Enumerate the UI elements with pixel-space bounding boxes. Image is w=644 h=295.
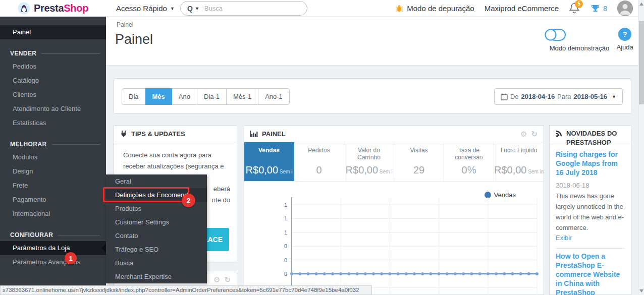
sidebar-section: CONFIGURARParâmetros da LojaParâmetros A… — [0, 229, 106, 269]
news-item-link[interactable]: Exibir — [556, 234, 625, 242]
logo-text: PrestaShop — [34, 3, 88, 14]
range-button-dia-1[interactable]: Dia-1 — [197, 88, 227, 105]
news-list: Rising charges for Google Maps from 16 J… — [550, 142, 631, 295]
kpi-label: Pedidos — [294, 147, 344, 162]
vertical-scrollbar[interactable] — [638, 0, 644, 295]
range-button-mes[interactable]: Mês — [145, 88, 172, 105]
sidebar-item-design[interactable]: Design — [0, 164, 106, 179]
refresh-icon[interactable]: ↻ — [531, 130, 538, 138]
page-title: Painel — [115, 32, 153, 47]
news-item-excerpt: This news has gone largely unnoticed in … — [556, 191, 625, 233]
sidebar-item-pedidos[interactable]: Pedidos — [0, 60, 106, 74]
quick-access-dropdown[interactable]: Acesso Rápido▼ — [116, 0, 175, 17]
gear-icon[interactable]: ⚙ — [520, 130, 527, 138]
svg-text:0: 0 — [284, 257, 287, 263]
kpi-tile-visitas[interactable]: Visitas29 — [394, 142, 444, 181]
news-item-title[interactable]: Rising charges for Google Maps from 16 J… — [556, 150, 625, 177]
search-placeholder: Busca — [204, 5, 223, 12]
news-item-title[interactable]: How to Open a PrestaShop E-commerce Webs… — [556, 252, 625, 295]
range-button-dia[interactable]: Dia — [122, 88, 146, 105]
sidebar-item-internacional[interactable]: Internacional — [0, 207, 106, 221]
kpi-tile-lucro-liquido[interactable]: Lucro LíquidoR$0,00 Sem imp. — [494, 142, 544, 181]
kpi-value: R$0,00 Sem imp. — [494, 164, 544, 176]
main-nav-sidebar: Painel VENDERPedidosCatálogoClientesAten… — [0, 17, 106, 295]
help-button[interactable]: ? Ajuda — [612, 28, 638, 51]
chevron-down-icon[interactable]: ▼ — [195, 6, 199, 11]
page-header: Painel Painel Modo demonstração ? Ajuda — [106, 17, 638, 66]
trophy-icon — [591, 4, 600, 13]
sidebar-section: VENDERPedidosCatálogoClientesAtendimento… — [0, 47, 106, 130]
global-search-input[interactable]: Q ▼ Busca — [180, 1, 307, 16]
kpi-note: Sem imp. — [527, 169, 544, 174]
chevron-down-icon: ▼ — [612, 94, 616, 99]
sidebar-item-catalogo[interactable]: Catálogo — [0, 74, 106, 88]
debug-mode-indicator[interactable]: Modo de depuração — [395, 4, 474, 13]
submenu-item-customer-settings[interactable]: Customer Settings — [106, 215, 207, 229]
sidebar-item-parametros-da-loja[interactable]: Parâmetros da Loja — [0, 241, 106, 255]
range-button-mes-1[interactable]: Mês-1 — [226, 88, 258, 105]
notifications-button[interactable]: 5 — [569, 2, 581, 15]
panel-title: TIPS & UPDATES — [131, 130, 185, 138]
range-button-ano-1[interactable]: Ano-1 — [258, 88, 290, 105]
svg-text:1: 1 — [284, 229, 287, 235]
kpi-value: 29 — [394, 164, 444, 176]
active-item-notch — [101, 244, 106, 253]
submenu-item-busca[interactable]: Busca — [106, 256, 207, 270]
date-range-picker[interactable]: De 2018-04-16 Para 2018-05-16 ▼ — [494, 88, 623, 105]
bar-chart-icon — [250, 131, 258, 137]
obscured-text-fragment: nte do — [212, 196, 230, 204]
sidebar-item-atendimento-ao-cliente[interactable]: Atendimento ao Cliente — [0, 102, 106, 116]
kpi-value: 0% — [444, 164, 494, 176]
calendar-icon — [501, 93, 508, 100]
achievement-count: 8 — [603, 5, 607, 13]
shop-name-link[interactable]: Maxiprod eCommerce — [485, 4, 559, 13]
date-range-toolbar: DiaMêsAnoDia-1Mês-1Ano-1 De 2018-04-16 P… — [114, 78, 631, 113]
submenu-item-contato[interactable]: Contato — [106, 229, 207, 243]
gear-icon[interactable]: ⚙ — [213, 276, 220, 283]
chevron-down-icon: ▼ — [170, 6, 175, 11]
kpi-value: R$0,00 Sem i — [344, 164, 394, 176]
shop-parameters-submenu: GeralDefinições da EncomendaProdutosCust… — [106, 174, 207, 283]
sidebar-item-parametros-avancados[interactable]: Parâmetros Avançados — [0, 255, 106, 269]
submenu-item-geral[interactable]: Geral — [106, 174, 207, 188]
kpi-tile-taxa-de-conversao[interactable]: Taxa de conversão0% — [444, 142, 494, 181]
scroll-up-arrow[interactable] — [639, 3, 643, 6]
range-button-ano[interactable]: Ano — [172, 88, 197, 105]
sidebar-section-title: CONFIGURAR — [0, 229, 106, 241]
kpi-tile-vendas[interactable]: VendasR$0,00 Sem i — [244, 142, 294, 181]
date-to-value: 2018-05-16 — [574, 93, 608, 100]
scroll-down-arrow[interactable] — [639, 289, 643, 292]
sidebar-item-clientes[interactable]: Clientes — [0, 88, 106, 102]
sidebar-item-painel[interactable]: Painel — [0, 25, 106, 39]
breadcrumb[interactable]: Painel — [117, 21, 133, 28]
sidebar-section: MELHORARMódulosDesignFretePagamentoInter… — [0, 138, 106, 221]
annotation-step-1-badge: 1 — [65, 252, 77, 264]
news-item-date: 2018-06-18 — [556, 182, 625, 189]
svg-text:0: 0 — [284, 243, 287, 249]
sidebar-gap — [0, 17, 106, 25]
obscured-text-fragment: eberá — [213, 185, 230, 193]
prestashop-admin-window: PrestaShop Acesso Rápido▼ Q ▼ Busca Modo… — [0, 0, 644, 295]
divider — [556, 248, 625, 249]
submenu-item-merchant-expertise[interactable]: Merchant Expertise — [106, 270, 207, 283]
header-right-cluster: Modo de depuração Maxiprod eCommerce 5 8 — [395, 0, 633, 17]
sidebar-section-title: VENDER — [0, 47, 106, 60]
scrollbar-thumb[interactable] — [639, 21, 644, 104]
user-avatar[interactable] — [617, 1, 633, 16]
sidebar-item-pagamento[interactable]: Pagamento — [0, 193, 106, 207]
sidebar-item-modulos[interactable]: Módulos — [0, 150, 106, 164]
submenu-item-trafego-e-seo[interactable]: Tráfego e SEO — [106, 243, 207, 256]
svg-text:1: 1 — [284, 215, 287, 221]
sidebar-item-estatisticas[interactable]: Estatísticas — [0, 116, 106, 130]
kpi-tile-pedidos[interactable]: Pedidos0 — [294, 142, 344, 181]
demo-mode-toggle[interactable]: Modo demonstração — [544, 28, 615, 52]
sidebar-item-frete[interactable]: Frete — [0, 179, 106, 193]
prestashop-logo[interactable]: PrestaShop — [0, 0, 106, 17]
refresh-icon[interactable]: ↻ — [224, 276, 231, 283]
kpi-tile-valor-do-carrinho[interactable]: Valor do CarrinhoR$0,00 Sem i — [344, 142, 394, 181]
svg-text:0: 0 — [284, 271, 287, 277]
achievements-button[interactable]: 8 — [591, 4, 607, 13]
kpi-label: Taxa de conversão — [444, 147, 494, 162]
dashboard-panel: PAINEL ⚙ ↻ VendasR$0,00 Sem iPedidos0Val… — [244, 125, 544, 295]
notification-count-badge: 5 — [575, 0, 583, 8]
